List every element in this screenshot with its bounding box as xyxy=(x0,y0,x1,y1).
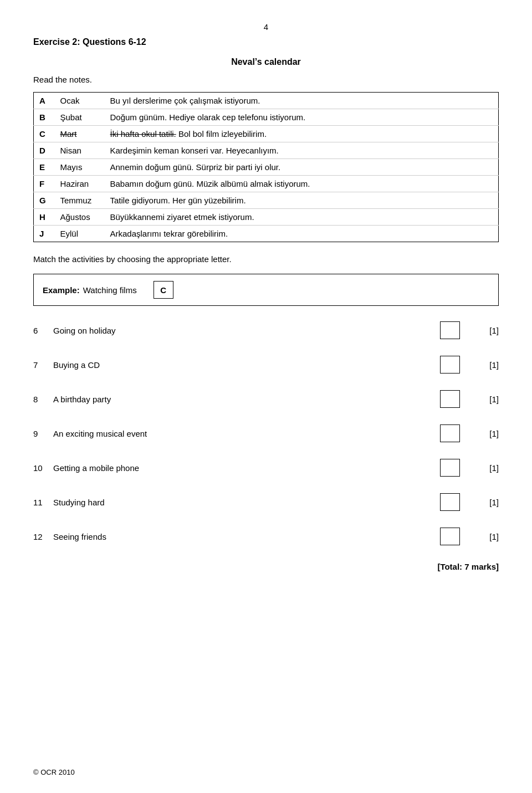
calendar-note: Arkadaşlarımı tekrar görebilirim. xyxy=(105,226,499,242)
calendar-title: Neval’s calendar xyxy=(33,57,499,67)
exercise-title: Exercise 2: Questions 6-12 xyxy=(33,37,499,47)
calendar-month: Haziran xyxy=(55,176,105,192)
calendar-month: Ocak xyxy=(55,93,105,109)
answer-box[interactable] xyxy=(440,390,460,408)
calendar-letter: A xyxy=(34,93,55,109)
question-text: Going on holiday xyxy=(53,326,429,335)
answer-box[interactable] xyxy=(440,493,460,511)
question-text: An exciting musical event xyxy=(53,429,429,438)
calendar-row: HAğustosBüyükkannemi ziyaret etmek istiy… xyxy=(34,209,499,226)
answer-box[interactable] xyxy=(440,356,460,374)
total-marks: [Total: 7 marks] xyxy=(33,562,499,571)
question-marks: [1] xyxy=(477,360,499,370)
question-text: Seeing friends xyxy=(53,532,429,541)
calendar-month: Mayıs xyxy=(55,159,105,176)
calendar-month: Nisan xyxy=(55,142,105,159)
answer-box[interactable] xyxy=(440,459,460,477)
question-row: 6Going on holiday[1] xyxy=(33,321,499,339)
question-number: 8 xyxy=(33,395,53,404)
question-marks: [1] xyxy=(477,463,499,473)
question-number: 9 xyxy=(33,429,53,438)
calendar-letter: B xyxy=(34,109,55,126)
calendar-row: BŞubatDoğum günüm. Hediye olarak cep tel… xyxy=(34,109,499,126)
calendar-letter: G xyxy=(34,192,55,209)
calendar-month: Ağustos xyxy=(55,209,105,226)
calendar-month: Şubat xyxy=(55,109,105,126)
question-text: Buying a CD xyxy=(53,360,429,370)
calendar-letter: E xyxy=(34,159,55,176)
answer-box[interactable] xyxy=(440,321,460,339)
calendar-note: Tatile gidiyorum. Her gün yüzebilirim. xyxy=(105,192,499,209)
question-row: 11Studying hard[1] xyxy=(33,493,499,511)
ocr-footer: © OCR 2010 xyxy=(33,768,75,776)
calendar-note: İki hafta okul tatili. Bol bol film izle… xyxy=(105,126,499,142)
example-text: Watching films xyxy=(83,285,137,295)
question-row: 10Getting a mobile phone[1] xyxy=(33,459,499,477)
example-box: Example: Watching films C xyxy=(33,274,499,306)
calendar-note: Kardeşimin keman konseri var. Heyecanlıy… xyxy=(105,142,499,159)
calendar-note: Büyükkannemi ziyaret etmek istiyorum. xyxy=(105,209,499,226)
calendar-month: Temmuz xyxy=(55,192,105,209)
question-marks: [1] xyxy=(477,429,499,438)
question-text: Studying hard xyxy=(53,498,429,507)
question-row: 9An exciting musical event[1] xyxy=(33,424,499,442)
question-marks: [1] xyxy=(477,395,499,404)
example-answer-box: C xyxy=(154,281,173,299)
calendar-letter: F xyxy=(34,176,55,192)
question-marks: [1] xyxy=(477,532,499,541)
calendar-row: GTemmuzTatile gidiyorum. Her gün yüzebil… xyxy=(34,192,499,209)
question-number: 7 xyxy=(33,360,53,370)
calendar-letter: C xyxy=(34,126,55,142)
calendar-row: EMayısAnnemin doğum günü. Sürpriz bir pa… xyxy=(34,159,499,176)
calendar-month: Mart xyxy=(55,126,105,142)
calendar-row: FHaziranBabamın doğum günü. Müzik albümü… xyxy=(34,176,499,192)
question-number: 11 xyxy=(33,498,53,507)
page-number: 4 xyxy=(33,22,499,32)
calendar-table: AOcakBu yıl derslerime çok çalışmak isti… xyxy=(33,92,499,242)
calendar-note: Annemin doğum günü. Sürpriz bir parti iy… xyxy=(105,159,499,176)
question-marks: [1] xyxy=(477,498,499,507)
question-number: 10 xyxy=(33,463,53,473)
calendar-letter: H xyxy=(34,209,55,226)
calendar-row: CMartİki hafta okul tatili. Bol bol film… xyxy=(34,126,499,142)
read-notes: Read the notes. xyxy=(33,75,499,84)
match-instruction: Match the activities by choosing the app… xyxy=(33,254,499,264)
calendar-row: JEylülArkadaşlarımı tekrar görebilirim. xyxy=(34,226,499,242)
question-row: 8A birthday party[1] xyxy=(33,390,499,408)
question-number: 6 xyxy=(33,326,53,335)
question-marks: [1] xyxy=(477,326,499,335)
calendar-month: Eylül xyxy=(55,226,105,242)
answer-box[interactable] xyxy=(440,424,460,442)
calendar-row: AOcakBu yıl derslerime çok çalışmak isti… xyxy=(34,93,499,109)
calendar-letter: D xyxy=(34,142,55,159)
calendar-note: Doğum günüm. Hediye olarak cep telefonu … xyxy=(105,109,499,126)
example-label: Example: xyxy=(43,285,80,295)
question-text: Getting a mobile phone xyxy=(53,463,429,473)
questions-section: 6Going on holiday[1]7Buying a CD[1]8A bi… xyxy=(33,321,499,545)
question-row: 7Buying a CD[1] xyxy=(33,356,499,374)
calendar-letter: J xyxy=(34,226,55,242)
question-row: 12Seeing friends[1] xyxy=(33,528,499,545)
answer-box[interactable] xyxy=(440,528,460,545)
question-number: 12 xyxy=(33,532,53,541)
calendar-row: DNisanKardeşimin keman konseri var. Heye… xyxy=(34,142,499,159)
calendar-note: Babamın doğum günü. Müzik albümü almak i… xyxy=(105,176,499,192)
question-text: A birthday party xyxy=(53,395,429,404)
calendar-note: Bu yıl derslerime çok çalışmak istiyorum… xyxy=(105,93,499,109)
